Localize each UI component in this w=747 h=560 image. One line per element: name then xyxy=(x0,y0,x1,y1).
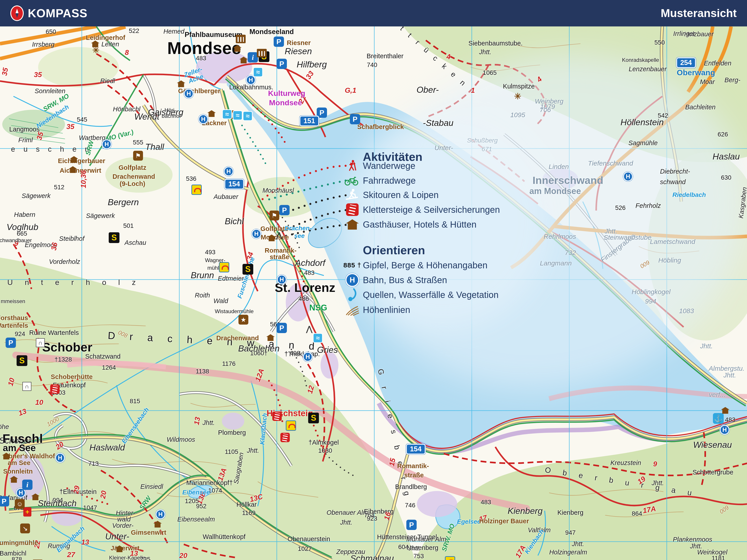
map-screenshot: Hemed650IrrsbergLeidingerhofLeiten522Pfa… xyxy=(0,0,747,560)
legend-leader-lines xyxy=(0,0,747,560)
header-bar: KOMPASS Musteransicht xyxy=(0,0,747,26)
kompass-logo-icon xyxy=(10,5,24,21)
brand-name: KOMPASS xyxy=(28,6,87,20)
brand: KOMPASS xyxy=(10,5,87,21)
page-title: Musteransicht xyxy=(661,7,737,20)
